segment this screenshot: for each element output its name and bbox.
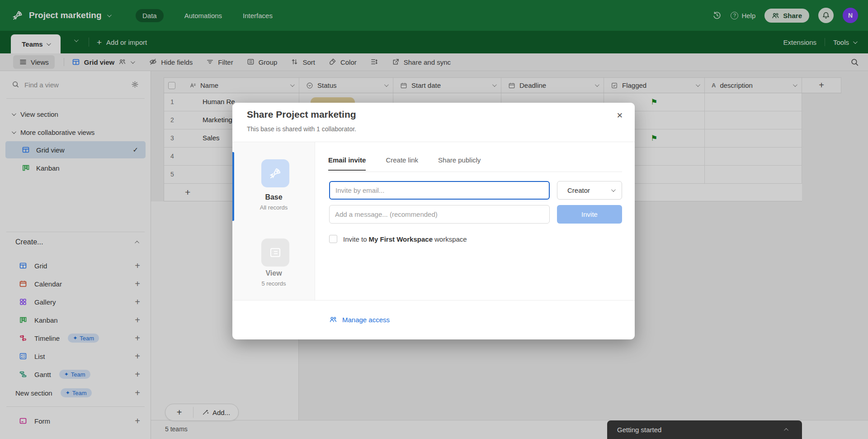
- people-icon: [329, 315, 337, 324]
- close-icon[interactable]: ✕: [617, 111, 623, 120]
- view-scope-label[interactable]: View: [232, 269, 315, 277]
- chevron-down-icon: [611, 187, 616, 192]
- permission-select[interactable]: Creator: [557, 181, 622, 200]
- manage-access-label: Manage access: [342, 316, 390, 324]
- view-scope-icon[interactable]: [261, 239, 289, 267]
- invite-email-input[interactable]: [329, 181, 550, 200]
- invite-message-input[interactable]: [329, 205, 550, 224]
- workspace-invite-checkbox[interactable]: [329, 235, 337, 243]
- divider: [232, 300, 635, 301]
- workspace-invite-label: Invite to My First Workspace workspace: [343, 235, 467, 243]
- workspace-invite-row: Invite to My First Workspace workspace: [329, 235, 467, 243]
- share-modal: Share Project marketing This base is sha…: [232, 103, 635, 339]
- tab-email-invite[interactable]: Email invite: [328, 156, 366, 171]
- divider: [328, 172, 622, 172]
- modal-title: Share Project marketing: [247, 109, 356, 120]
- tab-create-link[interactable]: Create link: [386, 156, 418, 171]
- base-scope-sublabel: All records: [232, 204, 315, 211]
- permission-value: Creator: [567, 186, 590, 194]
- tab-share-publicly[interactable]: Share publicly: [438, 156, 481, 171]
- manage-access-link[interactable]: Manage access: [329, 315, 390, 324]
- view-scope-sublabel: 5 records: [232, 280, 315, 287]
- base-scope-icon[interactable]: [261, 159, 289, 187]
- invite-button[interactable]: Invite: [557, 205, 622, 224]
- share-modal-tabs: Email invite Create link Share publicly: [328, 156, 481, 171]
- modal-subtitle: This base is shared with 1 collaborator.: [247, 125, 356, 133]
- base-scope-label[interactable]: Base: [232, 193, 315, 201]
